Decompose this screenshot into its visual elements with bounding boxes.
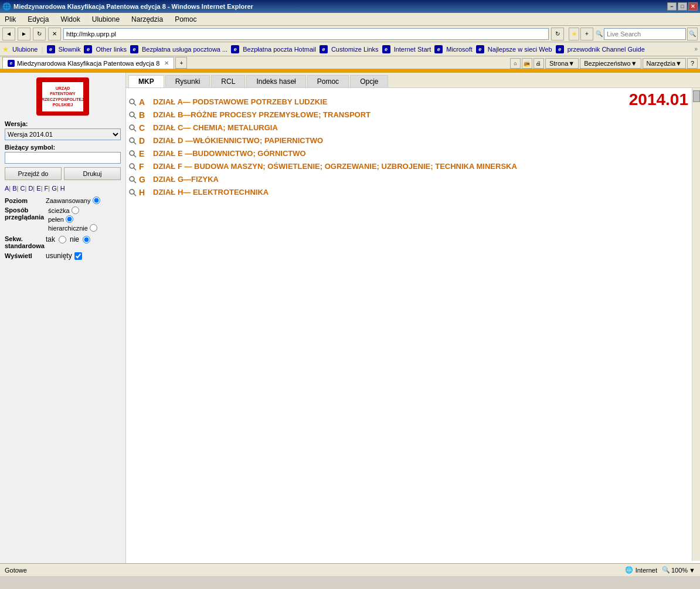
status-right: 🌐 Internet 🔍 100% ▼	[625, 566, 695, 574]
content-tabs: MKP Rysunki RCL Indeks haseł Pomoc Opcje	[126, 73, 700, 88]
restore-button[interactable]: □	[678, 2, 687, 11]
tab-pomoc[interactable]: Pomoc	[307, 75, 349, 87]
level-radio[interactable]	[93, 197, 100, 204]
svg-point-10	[130, 164, 134, 168]
tab-mkp[interactable]: MKP	[128, 75, 164, 87]
fav-item-internet-start[interactable]: Internet Start	[394, 46, 431, 53]
cat-description-b[interactable]: DZIAŁ B—RÓŻNE PROCESY PRZEMYSŁOWE; TRANS…	[153, 110, 371, 119]
fav-e-icon-8: e	[476, 45, 484, 53]
refresh-go-button[interactable]: ↻	[551, 28, 564, 40]
favorites-label[interactable]: Ulubione	[12, 46, 38, 53]
address-bar: ◄ ► ↻ ✕ ↻ ★ + 🔍 🔍	[0, 26, 700, 42]
alpha-link-g[interactable]: G	[52, 185, 57, 192]
category-list: A DZIAŁ A— PODSTAWOWE POTRZEBY LUDZKIE B…	[128, 97, 695, 197]
favorites-bar-chevron[interactable]: »	[694, 46, 698, 52]
cat-letter-e[interactable]: E	[139, 149, 151, 158]
tools-menu-button[interactable]: Narzędzia ▼	[643, 58, 686, 69]
tab-indeks[interactable]: Indeks haseł	[246, 75, 305, 87]
close-button[interactable]: ✕	[688, 2, 698, 11]
page-menu-button[interactable]: Strona ▼	[545, 58, 579, 69]
menu-file[interactable]: Plik	[2, 14, 18, 25]
browser-tab-main[interactable]: e Miedzynarodowa Klasyfikacja Patentowa …	[2, 57, 174, 69]
add-tab-button[interactable]: +	[580, 28, 593, 40]
back-button[interactable]: ◄	[2, 28, 15, 40]
cat-letter-b[interactable]: B	[139, 110, 151, 120]
fav-item-przewodnik[interactable]: przewodnik Channel Guide	[568, 46, 645, 53]
tab-print-button[interactable]: 🖨	[534, 58, 544, 69]
tab-rysunki[interactable]: Rysunki	[165, 75, 210, 87]
refresh-button[interactable]: ↻	[33, 28, 46, 40]
seq-radio-nie[interactable]	[83, 236, 90, 243]
alpha-link-e[interactable]: E	[36, 185, 40, 192]
address-input[interactable]	[63, 28, 549, 40]
cat-description-d[interactable]: DZIAŁ D —WŁÓKIENNICTWO; PAPIERNICTWO	[153, 136, 323, 145]
cat-letter-g[interactable]: G	[139, 175, 151, 184]
menu-bar: Plik Edycja Widok Ulubione Narzędzia Pom…	[0, 13, 700, 26]
search-input[interactable]	[604, 28, 686, 40]
stop-button[interactable]: ✕	[48, 28, 61, 40]
fav-item-microsoft[interactable]: Microsoft	[446, 46, 473, 53]
cat-letter-c[interactable]: C	[139, 123, 151, 133]
zoom-control[interactable]: 🔍 100% ▼	[662, 566, 695, 574]
cat-description-a[interactable]: DZIAŁ A— PODSTAWOWE POTRZEBY LUDZKIE	[153, 97, 327, 106]
cat-letter-h[interactable]: H	[139, 188, 151, 197]
tab-home-button[interactable]: ⌂	[510, 58, 521, 69]
menu-tools[interactable]: Narzędzia	[129, 14, 165, 25]
cat-letter-f[interactable]: F	[139, 162, 151, 171]
alpha-link-b[interactable]: B	[12, 185, 16, 192]
scrollbar-thumb[interactable]	[693, 90, 700, 102]
menu-view[interactable]: Widok	[58, 14, 82, 25]
menu-edit[interactable]: Edycja	[25, 14, 51, 25]
svg-line-1	[134, 103, 136, 106]
tab-close-icon[interactable]: ✕	[164, 60, 169, 66]
category-row-f: F DZIAŁ F — BUDOWA MASZYN; OŚWIETLENIE; …	[128, 162, 695, 171]
cat-description-c[interactable]: DZIAŁ C— CHEMIA; METALURGIA	[153, 123, 278, 132]
cat-description-f[interactable]: DZIAŁ F — BUDOWA MASZYN; OŚWIETLENIE; OG…	[153, 162, 517, 171]
tab-opcje[interactable]: Opcje	[350, 75, 388, 87]
security-menu-button[interactable]: Bezpieczeństwo ▼	[580, 58, 641, 69]
zone-label: Internet	[636, 567, 657, 574]
level-label: Poziom	[5, 197, 46, 204]
favorites-star-icon: ★	[2, 45, 9, 53]
version-select[interactable]: Wersja 2014.01	[5, 128, 121, 140]
tab-feeds-button[interactable]: 📻	[522, 58, 532, 69]
display-checkbox[interactable]	[74, 252, 82, 260]
svg-line-5	[134, 129, 136, 131]
seq-label: Sekw. standardowa	[5, 235, 46, 249]
minimize-button[interactable]: −	[667, 2, 677, 11]
fav-item-customize[interactable]: Customize Links	[331, 46, 379, 53]
scrollbar[interactable]	[692, 88, 700, 561]
browse-radio-pelen[interactable]	[66, 215, 73, 223]
browse-radio-sciezka[interactable]	[72, 207, 79, 214]
tab-rcl[interactable]: RCL	[211, 75, 245, 87]
status-text: Gotowe	[5, 567, 27, 574]
fav-item-poczta1[interactable]: Bezpłatna usługa pocztowa ...	[142, 46, 227, 53]
cat-description-e[interactable]: DZIAŁ E —BUDOWNICTWO; GÓRNICTWO	[153, 149, 306, 158]
cat-letter-d[interactable]: D	[139, 136, 151, 145]
category-row-g: G DZIAŁ G—FIZYKA	[128, 175, 695, 184]
svg-line-13	[134, 181, 136, 183]
menu-favorites[interactable]: Ulubione	[90, 14, 122, 25]
alpha-link-h[interactable]: H	[60, 185, 65, 192]
zoom-icon: 🔍	[662, 566, 670, 574]
search-icon-b	[128, 111, 137, 119]
menu-help[interactable]: Pomoc	[172, 14, 199, 25]
current-symbol-input[interactable]	[5, 152, 121, 164]
cat-letter-a[interactable]: A	[139, 97, 151, 107]
browse-radio-hierarchicznie[interactable]	[90, 224, 97, 232]
fav-item-other[interactable]: Other links	[96, 46, 127, 53]
favorites-star-button[interactable]: ★	[569, 28, 579, 40]
seq-radio-tak[interactable]	[59, 236, 66, 243]
search-icon-e	[128, 150, 137, 158]
fav-item-slownik[interactable]: Słownik	[59, 46, 81, 53]
fav-item-hotmail[interactable]: Bezpłatna poczta Hotmail	[243, 46, 316, 53]
help-button[interactable]: ?	[687, 58, 698, 69]
forward-button[interactable]: ►	[18, 28, 30, 40]
print-button[interactable]: Drukuj	[64, 167, 121, 180]
new-tab-button[interactable]: +	[175, 57, 187, 69]
cat-description-h[interactable]: DZIAŁ H— ELEKTROTECHNIKA	[153, 188, 269, 197]
search-button[interactable]: 🔍	[687, 28, 698, 40]
cat-description-g[interactable]: DZIAŁ G—FIZYKA	[153, 175, 219, 184]
go-to-button[interactable]: Przejdź do	[5, 167, 62, 180]
fav-item-najlepsze[interactable]: Najlepsze w sieci Web	[488, 46, 552, 53]
